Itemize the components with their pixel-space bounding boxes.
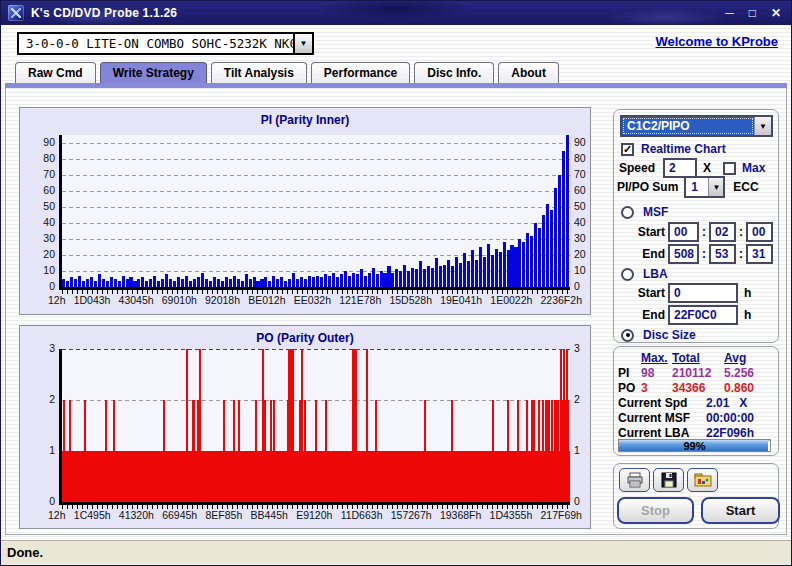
- msf-separator: :: [702, 247, 706, 261]
- pipo-sum-select[interactable]: 1 ▼: [684, 176, 725, 198]
- y-tick-label: 2: [24, 393, 55, 405]
- stats-header-row: Max.TotalAvg: [618, 350, 776, 365]
- x-tick-label: 2236F2h: [541, 294, 582, 306]
- lba-radio[interactable]: [621, 268, 634, 281]
- y-tick-label: 2: [574, 393, 605, 405]
- y-tick-label: 1: [24, 444, 55, 456]
- save-button[interactable]: [653, 468, 684, 492]
- y-tick-label: 50: [24, 200, 55, 212]
- x-tick-label: 1D4355h: [490, 509, 533, 521]
- pi-x-axis-labels: 12h1D043h43045h69010h92018hBE012hEE032h1…: [48, 294, 582, 306]
- realtime-chart-label: Realtime Chart: [641, 142, 726, 156]
- stats-header: Avg: [724, 351, 776, 365]
- drive-select[interactable]: 3-0-0-0 LITE-ON COMBO SOHC-5232K NK07 ▼: [17, 32, 314, 55]
- tab-write-strategy[interactable]: Write Strategy: [100, 62, 207, 83]
- lba-label: LBA: [643, 267, 668, 281]
- y-tick-label: 3: [574, 342, 605, 354]
- y-tick-label: 0: [574, 280, 605, 292]
- current-current-lba: Current LBA22F096h: [618, 425, 778, 440]
- msf-separator: :: [739, 247, 743, 261]
- stats-header: Total: [672, 351, 724, 365]
- y-tick-label: 70: [24, 168, 55, 180]
- x-tick-label: BE012h: [248, 294, 285, 306]
- max-checkbox[interactable]: [723, 162, 736, 175]
- y-tick-label: 30: [24, 232, 55, 244]
- msf-start-frame[interactable]: [746, 222, 773, 242]
- msf-end-label: End: [631, 247, 665, 261]
- mode-select[interactable]: C1C2/PIPO ▼: [620, 115, 773, 137]
- print-button[interactable]: [619, 468, 650, 492]
- x-tick-label: 157267h: [391, 509, 432, 521]
- msf-radio[interactable]: [621, 206, 634, 219]
- start-button[interactable]: Start: [701, 497, 780, 524]
- stop-button[interactable]: Stop: [617, 497, 694, 524]
- app-window: K's CD/DVD Probe 1.1.26 ─ □ ✕ 3-0-0-0 LI…: [0, 0, 792, 566]
- window-title: K's CD/DVD Probe 1.1.26: [31, 1, 177, 25]
- y-tick-label: 0: [24, 495, 55, 507]
- chevron-down-icon[interactable]: ▼: [293, 34, 312, 53]
- mode-select-value: C1C2/PIPO: [622, 117, 754, 135]
- msf-start-min[interactable]: [668, 222, 699, 242]
- x-tick-label: 92018h: [205, 294, 240, 306]
- current-current-spd: Current Spd2.01 X: [618, 395, 778, 410]
- tab-about[interactable]: About: [498, 62, 559, 83]
- speed-input[interactable]: [663, 158, 697, 178]
- x-tick-label: 1C495h: [74, 509, 111, 521]
- export-image-button[interactable]: [687, 468, 718, 492]
- msf-end-sec[interactable]: [709, 244, 736, 264]
- realtime-chart-checkbox[interactable]: ✓: [621, 143, 634, 156]
- y-tick-label: 60: [24, 184, 55, 196]
- pipo-sum-label: PI/PO Sum: [617, 180, 678, 194]
- lba-start-input[interactable]: [668, 283, 738, 303]
- lba-end-label: End: [631, 308, 665, 322]
- chevron-down-icon[interactable]: ▼: [754, 117, 771, 135]
- title-bar: K's CD/DVD Probe 1.1.26 ─ □ ✕: [1, 1, 791, 25]
- x-tick-label: E9120h: [296, 509, 332, 521]
- x-tick-label: BB445h: [251, 509, 288, 521]
- close-icon[interactable]: ✕: [771, 7, 781, 19]
- x-tick-label: 8EF85h: [205, 509, 242, 521]
- tab-raw-cmd[interactable]: Raw Cmd: [15, 62, 96, 83]
- x-tick-label: 1E0022h: [490, 294, 532, 306]
- current-current-msf: Current MSF00:00:00: [618, 410, 778, 425]
- y-tick-label: 70: [574, 168, 605, 180]
- pipo-sum-unit: ECC: [733, 180, 758, 194]
- pi-chart-title: PI (Parity Inner): [20, 108, 590, 127]
- disc-size-label: Disc Size: [643, 328, 696, 342]
- maximize-icon[interactable]: □: [749, 7, 756, 19]
- disc-size-radio[interactable]: [621, 329, 634, 342]
- speed-unit: X: [703, 161, 711, 175]
- y-tick-label: 10: [24, 264, 55, 276]
- y-tick-label: 80: [24, 152, 55, 164]
- x-tick-label: 43045h: [119, 294, 154, 306]
- stats-row-po: PO3343660.860: [618, 380, 776, 395]
- progress-label: 99%: [619, 440, 770, 453]
- tab-performance[interactable]: Performance: [311, 62, 410, 83]
- stats-row-pi: PI982101125.256: [618, 365, 776, 380]
- tab-disc-info[interactable]: Disc Info.: [414, 62, 494, 83]
- pi-chart-panel: PI (Parity Inner) 12h1D043h43045h69010h9…: [19, 107, 591, 315]
- stats-header: Max.: [641, 351, 672, 365]
- pi-plot-area: [59, 135, 570, 290]
- app-icon: [8, 5, 24, 21]
- print-icon: [626, 472, 644, 488]
- chevron-down-icon[interactable]: ▼: [708, 178, 723, 196]
- msf-end-frame[interactable]: [746, 244, 773, 264]
- welcome-link[interactable]: Welcome to KProbe: [655, 34, 778, 49]
- x-tick-label: 66945h: [162, 509, 197, 521]
- y-tick-label: 10: [574, 264, 605, 276]
- x-tick-label: 19E041h: [440, 294, 482, 306]
- y-tick-label: 20: [24, 248, 55, 260]
- progress-bar: 99%: [618, 439, 771, 452]
- lba-end-input[interactable]: [668, 305, 738, 325]
- msf-start-sec[interactable]: [709, 222, 736, 242]
- export-image-icon: [694, 472, 712, 488]
- lba-unit: h: [744, 286, 751, 300]
- tab-tilt-analysis[interactable]: Tilt Analysis: [211, 62, 307, 83]
- msf-start-label: Start: [631, 225, 665, 239]
- y-tick-label: 80: [574, 152, 605, 164]
- msf-end-min[interactable]: [668, 244, 699, 264]
- minimize-icon[interactable]: ─: [725, 7, 734, 19]
- speed-label: Speed: [619, 161, 655, 175]
- x-tick-label: 12h: [48, 509, 66, 521]
